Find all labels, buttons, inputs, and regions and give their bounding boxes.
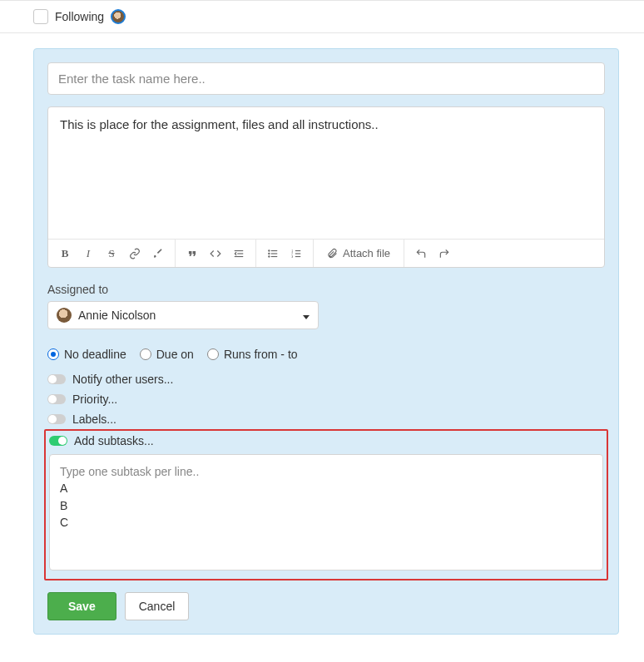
outdent-icon[interactable] (227, 242, 250, 265)
top-bar: Following (0, 0, 644, 33)
radio-label: No deadline (64, 348, 126, 361)
svg-point-7 (269, 253, 270, 254)
radio-label: Runs from - to (224, 348, 298, 361)
toggle-labels[interactable]: Labels... (47, 413, 605, 426)
subtask-line: C (60, 514, 592, 531)
attach-file-label: Attach file (343, 247, 390, 259)
italic-icon[interactable]: I (77, 242, 100, 265)
radio-icon (140, 348, 151, 360)
description-placeholder: This is place for the assignment, files … (60, 117, 379, 131)
form-actions: Save Cancel (47, 592, 605, 620)
toggle-label: Notify other users... (72, 373, 173, 386)
assignee-avatar (57, 308, 72, 323)
radio-icon (207, 348, 219, 360)
toggle-switch (47, 394, 66, 404)
quote-icon[interactable] (181, 242, 204, 265)
following-label: Following (55, 10, 104, 23)
strikethrough-icon[interactable]: S (100, 242, 123, 265)
ordered-list-icon[interactable]: 123 (285, 242, 308, 265)
subtasks-highlight: Add subtasks... Type one subtask per lin… (44, 429, 608, 580)
toggle-switch (47, 374, 66, 384)
toggle-label: Labels... (72, 413, 116, 426)
task-name-input[interactable] (47, 62, 605, 95)
radio-icon (47, 348, 59, 360)
toggle-priority[interactable]: Priority... (47, 393, 605, 406)
svg-text:3: 3 (291, 254, 293, 258)
save-button[interactable]: Save (47, 592, 116, 620)
unordered-list-icon[interactable] (261, 242, 285, 265)
link-icon[interactable] (123, 242, 146, 265)
editor-toolbar: B I S (48, 239, 604, 267)
svg-point-8 (269, 255, 270, 256)
toggle-label: Add subtasks... (74, 434, 154, 447)
subtasks-placeholder: Type one subtask per line.. (60, 463, 592, 480)
redo-icon[interactable] (433, 242, 456, 265)
assigned-to-label: Assigned to (47, 283, 605, 296)
attach-file-button[interactable]: Attach file (319, 242, 399, 265)
following-checkbox[interactable] (33, 9, 48, 24)
subtask-line: A (60, 480, 592, 496)
radio-label: Due on (156, 348, 194, 361)
chevron-down-icon (303, 309, 310, 322)
code-icon[interactable] (204, 242, 227, 265)
subtasks-textarea[interactable]: Type one subtask per line.. A B C (49, 454, 603, 571)
undo-icon[interactable] (409, 242, 433, 265)
toggle-notify-users[interactable]: Notify other users... (47, 373, 605, 386)
toggle-switch (47, 414, 66, 424)
toggle-add-subtasks[interactable]: Add subtasks... (49, 434, 603, 447)
assignee-name: Annie Nicolson (78, 309, 156, 322)
radio-runs-from-to[interactable]: Runs from - to (207, 348, 298, 361)
description-body[interactable]: This is place for the assignment, files … (48, 107, 604, 239)
bold-icon[interactable]: B (53, 242, 77, 265)
description-editor: This is place for the assignment, files … (47, 106, 605, 268)
task-form-panel: This is place for the assignment, files … (33, 48, 619, 635)
toggle-switch (49, 436, 67, 446)
follower-avatar[interactable] (111, 9, 126, 24)
brush-icon[interactable] (146, 242, 170, 265)
subtask-line: B (60, 497, 592, 514)
radio-no-deadline[interactable]: No deadline (47, 348, 126, 361)
cancel-button[interactable]: Cancel (125, 592, 190, 620)
radio-due-on[interactable]: Due on (140, 348, 194, 361)
assignee-select[interactable]: Annie Nicolson (47, 301, 319, 329)
svg-point-6 (269, 249, 270, 250)
toggle-label: Priority... (72, 393, 117, 406)
deadline-radio-group: No deadline Due on Runs from - to (47, 348, 605, 361)
